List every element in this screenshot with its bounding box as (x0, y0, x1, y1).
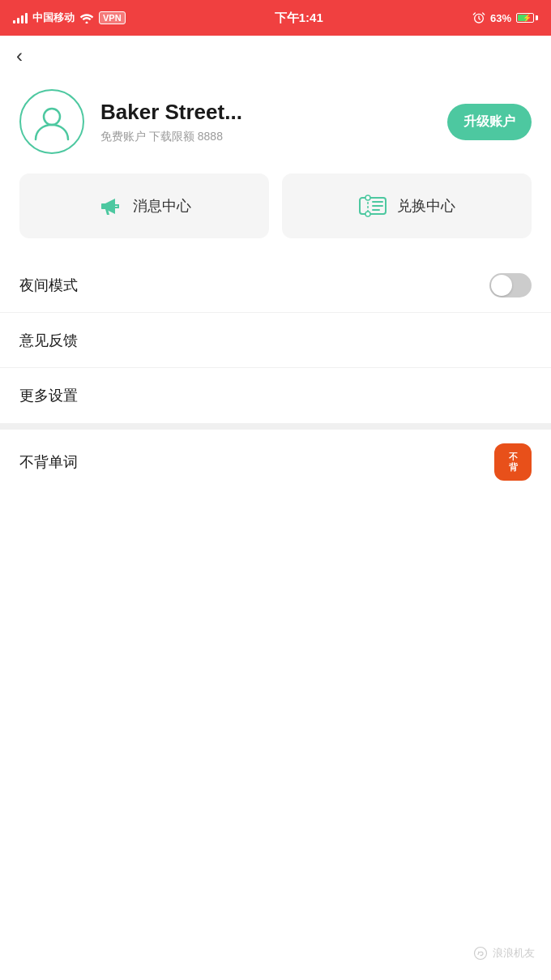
section-divider (0, 423, 551, 430)
night-mode-item[interactable]: 夜间模式 (0, 258, 551, 313)
profile-info: Baker Street... 免费账户 下载限额 8888 (100, 100, 431, 144)
profile-sub: 免费账户 下载限额 8888 (100, 130, 431, 144)
svg-point-2 (44, 109, 60, 125)
svg-point-5 (365, 212, 370, 216)
message-center-card[interactable]: 消息中心 (19, 173, 269, 238)
feedback-item[interactable]: 意见反馈 (0, 313, 551, 368)
message-center-label: 消息中心 (133, 196, 191, 216)
carrier-label: 中国移动 (32, 11, 75, 25)
app-item[interactable]: 不背单词 不 背 (0, 430, 551, 494)
megaphone-icon (97, 193, 123, 219)
app-item-label: 不背单词 (19, 452, 78, 472)
more-settings-item[interactable]: 更多设置 (0, 368, 551, 423)
page-header: ‹ (0, 36, 551, 76)
watermark-text: 浪浪机友 (493, 946, 535, 961)
more-settings-label: 更多设置 (19, 386, 78, 405)
coupon-icon (358, 195, 387, 217)
avatar[interactable] (19, 89, 84, 154)
night-mode-label: 夜间模式 (19, 276, 78, 295)
profile-section: Baker Street... 免费账户 下载限额 8888 升级账户 (0, 76, 551, 173)
watermark-icon (473, 946, 488, 961)
status-bar: 中国移动 VPN 下午1:41 63% ⚡ (0, 0, 551, 36)
back-button[interactable]: ‹ (16, 46, 23, 66)
avatar-icon (29, 99, 75, 144)
action-cards: 消息中心 兑换中心 (0, 173, 551, 258)
upgrade-button[interactable]: 升级账户 (447, 104, 532, 140)
svg-point-4 (365, 195, 370, 200)
battery-pct: 63% (490, 12, 511, 24)
alarm-icon (472, 11, 485, 24)
svg-point-10 (478, 952, 480, 953)
night-mode-toggle[interactable] (489, 273, 532, 297)
redeem-center-label: 兑换中心 (397, 196, 455, 216)
status-time: 下午1:41 (275, 11, 323, 26)
menu-section: 夜间模式 意见反馈 更多设置 (0, 258, 551, 423)
feedback-label: 意见反馈 (19, 331, 78, 350)
svg-point-0 (86, 22, 88, 24)
vpn-badge: VPN (99, 11, 126, 24)
signal-icon (13, 12, 28, 24)
wifi-icon (79, 12, 94, 24)
app-badge: 不 背 (494, 443, 532, 481)
battery-icon: ⚡ (516, 13, 538, 23)
svg-point-9 (475, 948, 487, 960)
redeem-center-card[interactable]: 兑换中心 (282, 173, 532, 238)
status-left: 中国移动 VPN (13, 11, 126, 25)
status-right: 63% ⚡ (472, 11, 538, 24)
profile-name: Baker Street... (100, 100, 431, 125)
footer-watermark: 浪浪机友 (473, 946, 535, 961)
